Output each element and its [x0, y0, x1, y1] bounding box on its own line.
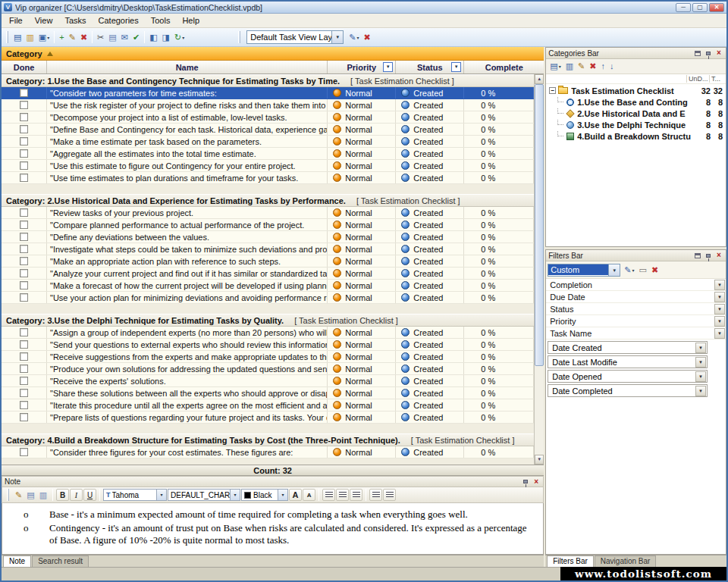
task-row[interactable]: "Produce your own solutions for addressi…: [2, 363, 534, 375]
note-editor[interactable]: oBase - it's a minimum expected amount o…: [2, 503, 544, 555]
align-right-button[interactable]: [350, 489, 362, 501]
paste-note-button[interactable]: ▥: [37, 488, 49, 502]
task-row[interactable]: "Make a forecast of how the current proj…: [2, 280, 534, 292]
vertical-scrollbar[interactable]: ▲ ▼: [534, 74, 544, 465]
edit-layout-button[interactable]: ✎▾: [347, 30, 361, 44]
done-checkbox[interactable]: [20, 257, 28, 265]
tree-node-4-build-a-breakdown-structu[interactable]: 4.Build a Breakdown Structu88: [546, 130, 726, 142]
filter-row-status[interactable]: Status▼: [546, 303, 726, 315]
toolbar-grip[interactable]: [238, 31, 240, 43]
menu-tasks[interactable]: Tasks: [58, 14, 92, 27]
pin-icon[interactable]: [704, 252, 713, 260]
tree-node-2-use-historical-data-and-e[interactable]: 2.Use Historical Data and E88: [546, 108, 726, 119]
close-button[interactable]: ✕: [709, 3, 724, 12]
calendar-view-button[interactable]: ◨: [160, 30, 172, 44]
move-up-button[interactable]: ↑: [599, 60, 608, 74]
filter-preset-combo[interactable]: Custom ▾: [548, 264, 620, 277]
column-header-complete[interactable]: Complete: [464, 61, 544, 74]
task-row[interactable]: "Define Base and Contingency for each ta…: [2, 124, 534, 136]
layout-combo[interactable]: Default Task View Layout ▾: [246, 30, 344, 44]
delete-layout-button[interactable]: ✖: [361, 30, 372, 44]
done-checkbox[interactable]: [20, 401, 28, 409]
done-checkbox[interactable]: [20, 328, 28, 336]
done-checkbox[interactable]: [20, 245, 28, 253]
filter-combo-date-completed[interactable]: Date Completed▼: [548, 384, 708, 397]
task-row[interactable]: "Receive suggestions from the experts an…: [2, 351, 534, 363]
font-family-combo[interactable]: T Tahoma ▾: [103, 489, 167, 501]
chevron-down-icon[interactable]: ▼: [695, 371, 706, 382]
task-row[interactable]: "Make an appropriate action plan with re…: [2, 255, 534, 268]
task-row[interactable]: "Aggregate all the estimates into the to…: [2, 148, 534, 160]
chevron-down-icon[interactable]: ▼: [714, 280, 725, 290]
italic-button[interactable]: I: [70, 489, 83, 501]
copy-button[interactable]: ▤: [106, 30, 118, 44]
toolbar-grip[interactable]: [6, 31, 8, 43]
tree-node-task-estimation-checklist[interactable]: −Task Estimation Checklist3232: [546, 85, 726, 96]
numbered-list-button[interactable]: [369, 489, 382, 501]
task-row[interactable]: "Make a time estimate per task based on …: [2, 136, 534, 148]
done-checkbox[interactable]: [20, 161, 28, 170]
done-checkbox[interactable]: [20, 174, 28, 182]
done-checkbox[interactable]: [20, 113, 28, 121]
filter-combo-date-created[interactable]: Date Created▼: [548, 341, 708, 354]
task-row[interactable]: "Share these solutions between all the e…: [2, 387, 534, 399]
bold-button[interactable]: B: [56, 489, 69, 501]
filter-row-due-date[interactable]: Due Date▼: [546, 291, 726, 303]
move-down-button[interactable]: ↓: [607, 60, 617, 74]
menu-help[interactable]: Help: [176, 14, 206, 27]
sidebar-tab-filters-bar[interactable]: Filters Bar: [547, 555, 594, 567]
chevron-down-icon[interactable]: ▼: [695, 357, 706, 368]
open-file-button[interactable]: ▥: [24, 30, 36, 44]
font-color-combo[interactable]: Black ▾: [241, 489, 288, 501]
task-row[interactable]: "Iterate this procedure until all the ex…: [2, 399, 534, 411]
close-icon[interactable]: ×: [714, 252, 723, 260]
done-checkbox[interactable]: [20, 293, 28, 302]
task-row[interactable]: "Use this estimate to figure out Conting…: [2, 160, 534, 172]
spellcheck-button[interactable]: ✔: [130, 30, 142, 44]
collapse-toggle-icon[interactable]: −: [549, 87, 556, 94]
underline-button[interactable]: U: [83, 489, 96, 501]
done-checkbox[interactable]: [20, 233, 28, 241]
edit-task-button[interactable]: ✎: [67, 30, 78, 44]
done-checkbox[interactable]: [20, 365, 28, 373]
tree-column-undone[interactable]: UnD...: [686, 75, 709, 83]
column-header-priority[interactable]: Priority▼: [328, 61, 396, 74]
tree-node-3-use-the-delphi-technique[interactable]: 3.Use the Delphi Technique88: [546, 119, 726, 130]
done-checkbox[interactable]: [20, 389, 28, 397]
grow-font-button[interactable]: A: [289, 489, 302, 501]
categories-bar-title[interactable]: Categories Bar ×: [546, 48, 726, 59]
task-row[interactable]: "Use time estimates to plan durations an…: [2, 172, 534, 184]
sidebar-tab-navigation-bar[interactable]: Navigation Bar: [595, 555, 657, 567]
edit-note-button[interactable]: ✎: [13, 488, 24, 502]
menu-tools[interactable]: Tools: [145, 14, 177, 27]
cut-button[interactable]: ✂: [95, 30, 106, 44]
edit-filter-button[interactable]: ✎▾: [622, 263, 636, 277]
email-button[interactable]: ✉: [119, 30, 130, 44]
scroll-up-icon[interactable]: ▲: [535, 74, 544, 84]
charset-combo[interactable]: DEFAULT_CHAR ▾: [168, 489, 240, 501]
filter-row-priority[interactable]: Priority▼: [546, 315, 726, 327]
chevron-down-icon[interactable]: ▼: [714, 328, 725, 339]
new-file-button[interactable]: ▤: [11, 30, 24, 44]
group-header[interactable]: Category: 4.Build a Breakdown Structure …: [2, 433, 534, 446]
bullet-list-button[interactable]: [383, 489, 396, 501]
task-row[interactable]: "Receive the experts' solutions.NormalCr…: [2, 375, 534, 387]
new-task-button[interactable]: +: [57, 30, 66, 44]
done-checkbox[interactable]: [20, 352, 28, 361]
filter-dropdown-icon[interactable]: ▼: [383, 62, 393, 72]
delete-category-button[interactable]: ✖: [587, 60, 598, 74]
task-row[interactable]: "Review tasks of your previous project.N…: [2, 207, 534, 219]
note-tab-search-result[interactable]: Search result: [32, 555, 89, 567]
done-checkbox[interactable]: [20, 413, 28, 421]
done-checkbox[interactable]: [20, 377, 28, 385]
chevron-down-icon[interactable]: ▼: [695, 386, 706, 396]
tree-node-1-use-the-base-and-conting[interactable]: 1.Use the Base and Conting88: [546, 96, 726, 108]
task-row[interactable]: "Decompose your project into a list of e…: [2, 111, 534, 124]
done-checkbox[interactable]: [20, 340, 28, 349]
float-window-icon[interactable]: [693, 252, 702, 260]
maximize-button[interactable]: ▢: [692, 3, 708, 12]
done-checkbox[interactable]: [20, 101, 28, 109]
delete-filter-button[interactable]: ✖: [649, 263, 661, 277]
filter-combo-date-last-modifie[interactable]: Date Last Modifie▼: [548, 355, 708, 368]
group-header[interactable]: Category: 2.Use Historical Data and Expe…: [2, 194, 534, 207]
